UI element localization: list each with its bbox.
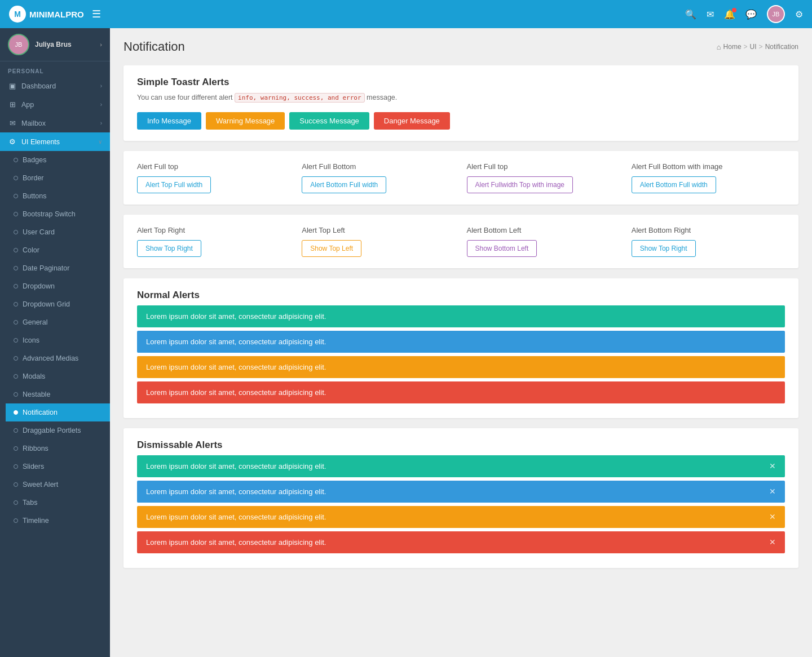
dismiss-button-2[interactable]: ✕	[769, 513, 776, 521]
show-top-right-button-2[interactable]: Show Top Right	[632, 240, 696, 257]
sidebar-item-dropdown[interactable]: Dropdown	[6, 277, 110, 295]
sidebar-item-label: Modals	[23, 372, 102, 380]
normal-alerts-title: Normal Alerts	[137, 290, 785, 301]
info-message-button[interactable]: Info Message	[137, 112, 201, 130]
dot-icon	[14, 302, 18, 307]
user-chevron-icon: ›	[100, 41, 102, 48]
sidebar-item-label: Buttons	[23, 192, 102, 200]
sidebar-item-color[interactable]: Color	[6, 241, 110, 259]
search-icon[interactable]: 🔍	[685, 9, 696, 20]
dot-icon	[14, 446, 18, 451]
sidebar-item-advanced-medias[interactable]: Advanced Medias	[6, 349, 110, 367]
sidebar-item-bootstrap-switch[interactable]: Bootstrap Switch	[6, 205, 110, 223]
breadcrumb: ⌂ Home > UI > Notification	[717, 43, 798, 51]
sidebar-item-notification[interactable]: Notification	[6, 403, 110, 421]
app-icon: ⊞	[8, 100, 17, 109]
alert-bottom-image-button[interactable]: Alert Bottom Full width	[632, 176, 716, 193]
dismissable-text-1: Lorem ipsum dolor sit amet, consectetur …	[146, 487, 326, 496]
sidebar-item-tabs[interactable]: Tabs	[6, 494, 110, 512]
bell-icon[interactable]: 🔔	[724, 9, 735, 20]
bell-badge	[732, 8, 736, 12]
page-title: Notification	[123, 39, 185, 54]
alert-bar-orange: Lorem ipsum dolor sit amet, consectetur …	[137, 356, 785, 378]
alert-col-2: Alert Full top Alert Fullwidth Top with …	[467, 162, 620, 193]
alert-bar-red: Lorem ipsum dolor sit amet, consectetur …	[137, 381, 785, 403]
sidebar-item-label: Sliders	[23, 463, 102, 470]
sidebar-item-label: Dashboard	[21, 82, 96, 90]
dismiss-button-1[interactable]: ✕	[769, 487, 776, 495]
sidebar-item-label: Notification	[23, 409, 102, 416]
alert-bar-text-1: Lorem ipsum dolor sit amet, consectetur …	[146, 338, 326, 346]
dashboard-icon: ▣	[8, 82, 17, 90]
sidebar-item-label: Dropdown	[23, 282, 102, 290]
chevron-down-icon: ∨	[98, 139, 102, 145]
sidebar-item-timeline[interactable]: Timeline	[6, 512, 110, 530]
sidebar-item-label: Date Paginator	[23, 264, 102, 272]
sidebar-item-label: Sweet Alert	[23, 481, 102, 489]
show-top-left-button[interactable]: Show Top Left	[302, 240, 361, 257]
sidebar-item-border[interactable]: Border	[6, 169, 110, 187]
dismissable-alert-blue: Lorem ipsum dolor sit amet, consectetur …	[137, 481, 785, 503]
dismissable-alert-teal: Lorem ipsum dolor sit amet, consectetur …	[137, 455, 785, 477]
user-name: Juliya Brus	[35, 41, 94, 48]
sidebar-item-general[interactable]: General	[6, 313, 110, 331]
toastr-desc-before: You can use four different alert	[137, 94, 235, 101]
sidebar-item-sweet-alert[interactable]: Sweet Alert	[6, 476, 110, 494]
show-bottom-left-button[interactable]: Show Bottom Left	[467, 240, 537, 257]
sidebar-item-modals[interactable]: Modals	[6, 367, 110, 385]
dot-icon	[14, 194, 18, 198]
sidebar-item-badges[interactable]: Badges	[6, 151, 110, 169]
alert-fullwidth-image-button[interactable]: Alert Fullwidth Top with image	[467, 176, 573, 193]
envelope-icon[interactable]: ✉	[707, 9, 714, 20]
sidebar-item-user-card[interactable]: User Card	[6, 223, 110, 241]
alert-bar-text-0: Lorem ipsum dolor sit amet, consectetur …	[146, 312, 326, 321]
sidebar-item-nestable[interactable]: Nestable	[6, 385, 110, 403]
sidebar-item-label: Draggable Portlets	[23, 427, 102, 434]
alert-col-title-0: Alert Full top	[137, 162, 290, 171]
warning-message-button[interactable]: Warning Message	[206, 112, 285, 130]
topnav-left: M MINIMALPRO ☰	[9, 6, 101, 23]
dot-icon	[14, 464, 18, 469]
toastr-desc: You can use four different alert info, w…	[137, 92, 785, 103]
dismissable-alert-red: Lorem ipsum dolor sit amet, consectetur …	[137, 531, 785, 553]
alert-col-0: Alert Full top Alert Top Full width	[137, 162, 290, 193]
gear-icon[interactable]: ⚙	[795, 9, 803, 20]
sidebar-item-dropdown-grid[interactable]: Dropdown Grid	[6, 295, 110, 313]
sidebar-item-label: Tabs	[23, 499, 102, 507]
dot-icon	[14, 158, 18, 162]
sidebar-item-buttons[interactable]: Buttons	[6, 187, 110, 205]
sidebar-item-ui-elements[interactable]: ⚙ UI Elements ∨	[0, 132, 110, 151]
alert-bottom-full-button[interactable]: Alert Bottom Full width	[302, 176, 386, 193]
toastr-card: Simple Toastr Alerts You can use four di…	[123, 65, 798, 141]
success-message-button[interactable]: Success Message	[289, 112, 369, 130]
dot-icon	[14, 392, 18, 397]
sidebar-item-sliders[interactable]: Sliders	[6, 458, 110, 476]
alert-pos-title-1: Alert Top Left	[302, 226, 455, 234]
alert-bar-text-2: Lorem ipsum dolor sit amet, consectetur …	[146, 363, 326, 371]
sidebar-item-draggable-portlets[interactable]: Draggable Portlets	[6, 421, 110, 440]
show-top-right-button-1[interactable]: Show Top Right	[137, 240, 201, 257]
danger-message-button[interactable]: Danger Message	[374, 112, 450, 130]
avatar[interactable]: JB	[767, 5, 785, 23]
alert-pos-col-3: Alert Bottom Right Show Top Right	[632, 226, 785, 257]
breadcrumb-home[interactable]: Home	[723, 43, 742, 51]
sidebar-item-ribbons[interactable]: Ribbons	[6, 440, 110, 458]
sidebar-item-app[interactable]: ⊞ App ›	[0, 95, 110, 114]
sidebar-item-icons[interactable]: Icons	[6, 331, 110, 349]
sidebar-item-label: App	[21, 101, 96, 109]
dot-icon	[14, 518, 18, 523]
dismissable-alerts-list: Lorem ipsum dolor sit amet, consectetur …	[137, 455, 785, 553]
dismissable-alert-orange: Lorem ipsum dolor sit amet, consectetur …	[137, 506, 785, 528]
sidebar-item-label: User Card	[23, 228, 102, 236]
dot-icon	[14, 212, 18, 216]
user-panel[interactable]: JB Juliya Brus ›	[0, 28, 110, 61]
alert-top-full-button[interactable]: Alert Top Full width	[137, 176, 211, 193]
dismiss-button-0[interactable]: ✕	[769, 462, 776, 470]
logo-icon: M	[9, 6, 26, 23]
sidebar-item-mailbox[interactable]: ✉ Mailbox ›	[0, 114, 110, 132]
hamburger-icon[interactable]: ☰	[92, 8, 101, 20]
comment-icon[interactable]: 💬	[745, 9, 757, 20]
dismiss-button-3[interactable]: ✕	[769, 538, 776, 546]
sidebar-item-dashboard[interactable]: ▣ Dashboard ›	[0, 77, 110, 95]
sidebar-item-date-paginator[interactable]: Date Paginator	[6, 259, 110, 277]
